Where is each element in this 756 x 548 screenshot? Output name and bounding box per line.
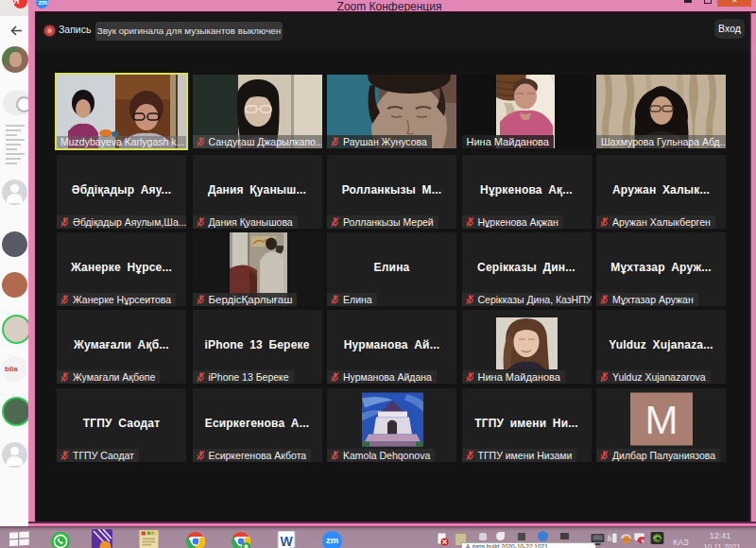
svg-text:M: M (645, 398, 679, 442)
svg-text:W: W (280, 534, 293, 548)
svg-text:★: ★ (641, 538, 645, 543)
